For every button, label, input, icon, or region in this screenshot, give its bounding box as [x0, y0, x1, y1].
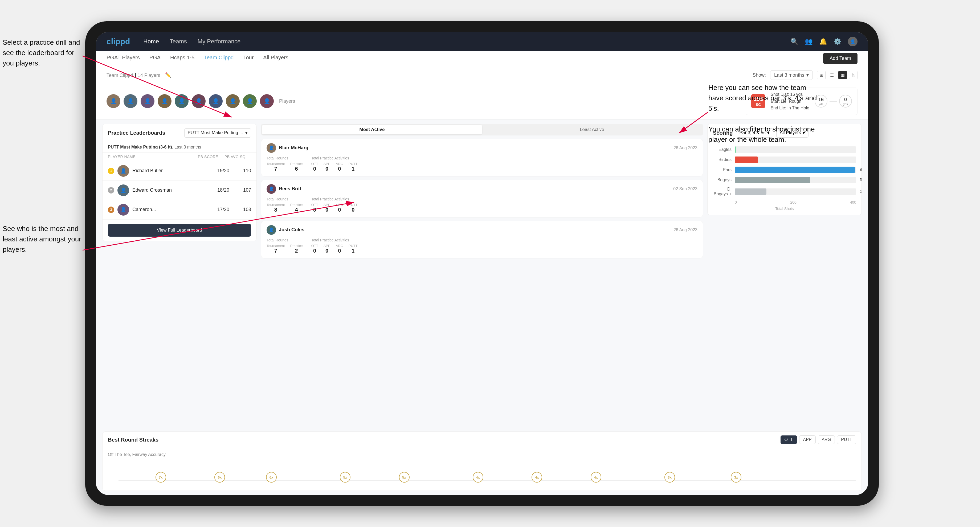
streak-dot[interactable]: 4x: [531, 472, 542, 483]
activity-player: 👤 Blair McHarg: [267, 143, 309, 153]
practice-activities-label: Total Practice Activities: [311, 156, 358, 160]
player-avatar[interactable]: 👤: [124, 94, 137, 108]
streak-dot[interactable]: 6x: [266, 472, 277, 483]
bar-row-birdies: Birdies 96: [713, 157, 856, 163]
practice-activities-group: Total Practice Activities OTT 0 APP 0: [311, 197, 358, 213]
streak-bubble: 5x: [340, 472, 350, 483]
nav-home[interactable]: Home: [143, 38, 159, 45]
sub-nav-tour[interactable]: Tour: [243, 55, 253, 62]
add-team-button[interactable]: Add Team: [823, 53, 858, 64]
activity-player-avatar: 👤: [267, 184, 276, 194]
sub-nav-pgat[interactable]: PGAT Players: [107, 55, 140, 62]
view-full-leaderboard-button[interactable]: View Full Leaderboard: [108, 224, 251, 237]
edit-icon[interactable]: ✏️: [165, 72, 171, 78]
player-avatar[interactable]: 👤: [107, 94, 120, 108]
streak-dot[interactable]: 6x: [215, 472, 225, 483]
annotation-top-left: Select a practice drill and see the lead…: [3, 37, 85, 68]
filter-putt[interactable]: PUTT: [837, 435, 856, 444]
total-rounds-label: Total Rounds: [267, 156, 303, 160]
player-avatar[interactable]: 👤: [226, 94, 240, 108]
filter-arg[interactable]: ARG: [818, 435, 835, 444]
activity-card-header: 👤 Josh Coles 26 Aug 2023: [267, 225, 697, 235]
shot-circles: 16 yds — 0 yds: [815, 95, 852, 108]
leaderboard-header: Practice Leaderboards PUTT Must Make Put…: [103, 124, 256, 142]
chevron-down-icon: ▾: [807, 72, 809, 78]
streak-bubble: 4x: [531, 472, 542, 483]
sub-nav-team[interactable]: Team Clippd: [204, 55, 234, 62]
mid-col: Most Active Least Active 👤 Blair McHarg …: [261, 124, 703, 427]
lb-player-avg: 110: [232, 168, 251, 173]
sub-nav-all-players[interactable]: All Players: [263, 55, 288, 62]
bar-label: Eagles: [713, 147, 732, 152]
practice-activity-values: OTT 0 APP 0 ARG 0: [311, 244, 358, 254]
streak-line-svg: [119, 459, 856, 488]
nav-performance[interactable]: My Performance: [197, 38, 240, 45]
activity-date: 26 Aug 2023: [673, 146, 697, 151]
people-icon[interactable]: 👥: [805, 38, 813, 45]
sub-nav: PGAT Players PGA Hcaps 1-5 Team Clippd T…: [96, 51, 868, 66]
player-avatar[interactable]: 👤: [192, 94, 205, 108]
player-avatar[interactable]: 👤: [260, 94, 274, 108]
streak-bubble: 5x: [399, 472, 410, 483]
lb-row[interactable]: 1 👤 Richard Butler 19/20 110: [103, 161, 256, 181]
least-active-toggle[interactable]: Least Active: [482, 125, 702, 135]
streak-dots-container: 7x 6x 6x 5x: [119, 459, 856, 488]
best-round-header: Best Round Streaks OTT APP ARG PUTT: [103, 432, 861, 448]
top-nav: clippd Home Teams My Performance 🔍 👥 🔔 ⚙…: [96, 32, 868, 51]
player-avatar[interactable]: 👤: [243, 94, 257, 108]
streak-dot[interactable]: 4x: [473, 472, 483, 483]
streak-dot[interactable]: 7x: [156, 472, 166, 483]
players-label: Players: [279, 98, 295, 104]
most-active-toggle[interactable]: Most Active: [262, 125, 482, 135]
filter-ott[interactable]: OTT: [781, 435, 797, 444]
right-col: Scoring Par 3, 4 & 5s ▾ All Players ▾: [707, 124, 862, 427]
rank-badge: 1: [108, 168, 114, 174]
show-controls: Show: Last 3 months ▾ ⊞ ☰ ▦ ⇅: [752, 70, 858, 80]
lb-row[interactable]: 3 👤 Cameron... 17/20 103: [103, 200, 256, 220]
filter-app[interactable]: APP: [799, 435, 816, 444]
arg-stat: ARG 0: [336, 203, 343, 213]
streak-dot[interactable]: 5x: [340, 472, 350, 483]
team-name: Team Clippd | 14 Players: [107, 72, 160, 78]
lb-player-avg: 103: [232, 207, 251, 213]
sub-nav-hcaps[interactable]: Hcaps 1-5: [170, 55, 194, 62]
list-view-icon[interactable]: ☰: [828, 71, 836, 79]
settings-icon[interactable]: ⚙️: [834, 38, 842, 45]
view-icons: ⊞ ☰ ▦ ⇅: [817, 71, 858, 79]
drill-selector[interactable]: PUTT Must Make Putting ... ▾: [184, 128, 251, 138]
lb-row[interactable]: 2 👤 Edward Crossman 18/20 107: [103, 181, 256, 200]
lb-player-name: Richard Butler: [132, 168, 205, 173]
streak-dot[interactable]: 4x: [591, 472, 601, 483]
putt-stat: PUTT 0: [348, 203, 358, 213]
total-rounds-group: Total Rounds Tournament 7 Practice 6: [267, 156, 303, 172]
bar-label: Bogeys: [713, 178, 732, 182]
player-avatar[interactable]: 👤: [158, 94, 172, 108]
best-round-title: Best Round Streaks: [108, 437, 158, 443]
streak-dot[interactable]: 3x: [731, 472, 741, 483]
player-avatar[interactable]: 👤: [175, 94, 189, 108]
streak-dot[interactable]: 5x: [399, 472, 410, 483]
bar-fill: [735, 177, 810, 183]
period-dropdown[interactable]: Last 3 months ▾: [770, 70, 813, 80]
bar-label: Pars: [713, 167, 732, 172]
player-avatar[interactable]: 👤: [209, 94, 223, 108]
activity-date: 02 Sep 2023: [673, 187, 697, 191]
nav-teams[interactable]: Teams: [170, 38, 187, 45]
leaderboard-title: Practice Leaderboards: [108, 130, 165, 136]
card-view-icon[interactable]: ▦: [838, 71, 847, 79]
player-avatars: 👤 👤 👤 👤 👤 👤 👤 👤 👤 👤: [107, 94, 274, 108]
bar-track: 499: [735, 167, 856, 173]
activity-card: 👤 Rees Britt 02 Sep 2023 Total Rounds To…: [261, 179, 703, 217]
total-rounds-group: Total Rounds Tournament 8 Practice 4: [267, 197, 303, 213]
activity-player-avatar: 👤: [267, 143, 276, 153]
drill-subtitle: PUTT Must Make Putting (3-6 ft), Last 3 …: [103, 142, 256, 152]
bell-icon[interactable]: 🔔: [819, 38, 827, 45]
grid-view-icon[interactable]: ⊞: [817, 71, 826, 79]
player-avatar[interactable]: 👤: [141, 94, 154, 108]
sub-nav-pga[interactable]: PGA: [150, 55, 161, 62]
search-icon[interactable]: 🔍: [791, 38, 799, 45]
streak-dot[interactable]: 3x: [664, 472, 675, 483]
three-cols: Practice Leaderboards PUTT Must Make Put…: [96, 119, 868, 432]
user-avatar[interactable]: 👤: [848, 37, 858, 46]
sort-icon[interactable]: ⇅: [849, 71, 858, 79]
